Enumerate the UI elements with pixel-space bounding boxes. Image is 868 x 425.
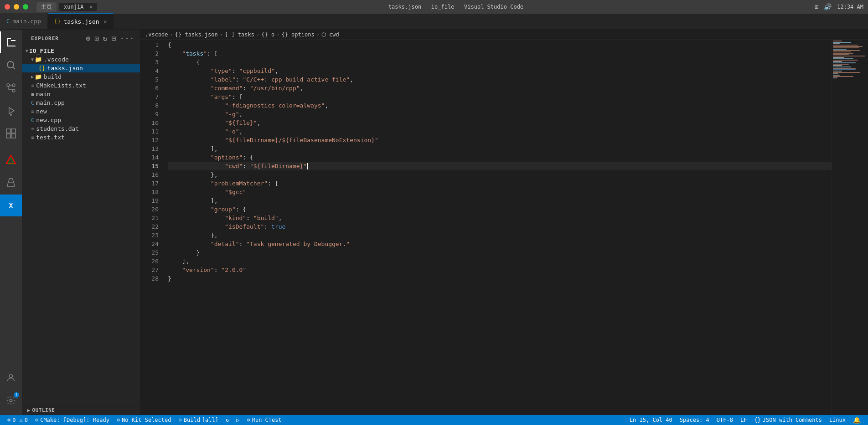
- tab-tasks-json[interactable]: {} tasks.json ✕: [48, 13, 114, 29]
- line-num-25: 25: [140, 248, 159, 257]
- file-tree: ▼ IO_FILE ▼ 📁 .vscode {} tasks.json ▶: [22, 46, 140, 405]
- svg-point-9: [10, 114, 12, 116]
- tab-main-cpp[interactable]: C main.cpp: [0, 13, 48, 29]
- minimap-line-9: [833, 51, 851, 52]
- tree-cmake-file[interactable]: ≡ CMakeLists.txt: [22, 81, 140, 90]
- refresh-icon[interactable]: ↻: [103, 34, 108, 43]
- tree-tasks-json[interactable]: {} tasks.json: [22, 64, 140, 72]
- tree-build-folder[interactable]: ▶ 📁 build: [22, 72, 140, 81]
- tree-test-txt[interactable]: ≡ test.txt: [22, 133, 140, 142]
- cmake-status-icon: ⊙: [35, 417, 38, 423]
- code-line-3: {: [168, 58, 832, 67]
- tab-close-icon[interactable]: ✕: [104, 19, 107, 25]
- breadcrumb-tasksjson: {} tasks.json: [175, 31, 218, 38]
- volume-icon[interactable]: 🔊: [824, 3, 832, 10]
- error-icon: ⊗: [7, 417, 10, 423]
- close-button[interactable]: [5, 4, 10, 10]
- home-tab[interactable]: 主页: [36, 2, 57, 12]
- status-notification[interactable]: 🔔: [849, 415, 864, 425]
- minimap-line-26: [833, 75, 840, 76]
- tree-new-file[interactable]: ≡ new: [22, 107, 140, 116]
- minimap-line-13: [833, 57, 844, 58]
- activity-bar: X 1: [0, 30, 22, 415]
- svg-point-2: [7, 84, 10, 87]
- split-icon[interactable]: ⊞: [815, 3, 818, 10]
- code-line-4: "type": "cppbuild",: [168, 67, 832, 75]
- xunji-tab[interactable]: xunjiA ✕: [59, 3, 97, 11]
- minimap-line-6: [833, 47, 859, 48]
- outline-arrow-icon: ▶: [27, 408, 31, 413]
- sidebar-header: EXPLORER ⊕ ⊡ ↻ ⊟ ···: [22, 30, 140, 46]
- minimap-line-22: [833, 69, 856, 70]
- line-num-9: 9: [140, 110, 159, 118]
- xunji-close-icon[interactable]: ✕: [90, 4, 93, 10]
- line-num-23: 23: [140, 231, 159, 240]
- activity-search[interactable]: [0, 54, 22, 76]
- status-platform[interactable]: Linux: [826, 415, 849, 425]
- code-line-6: "command": "/usr/bin/cpp",: [168, 84, 832, 92]
- status-line-ending[interactable]: LF: [737, 415, 750, 425]
- tree-main-file[interactable]: ≡ main: [22, 90, 140, 98]
- activity-cmake[interactable]: [0, 149, 22, 171]
- svg-marker-8: [9, 108, 14, 114]
- activity-settings[interactable]: 1: [0, 389, 22, 411]
- activity-source-control[interactable]: [0, 77, 22, 99]
- status-language[interactable]: {} JSON with Comments: [750, 415, 826, 425]
- line-num-12: 12: [140, 136, 159, 144]
- activity-extensions[interactable]: [0, 123, 22, 144]
- svg-marker-14: [6, 155, 16, 164]
- line-num-27: 27: [140, 266, 159, 274]
- minimize-button[interactable]: [14, 4, 19, 10]
- line-num-1: 1: [140, 41, 159, 49]
- minimap-line-8: [833, 50, 860, 51]
- activity-test[interactable]: [0, 172, 22, 194]
- new-file-icon[interactable]: ⊕: [86, 34, 91, 43]
- svg-rect-10: [6, 129, 10, 133]
- warning-icon: ⚠: [19, 417, 22, 423]
- new-folder-icon[interactable]: ⊡: [94, 34, 99, 43]
- code-content[interactable]: { "tasks": [ { "type": "cppbuild", "labe…: [163, 40, 832, 415]
- status-build[interactable]: ⊙ Build [all]: [175, 415, 222, 425]
- more-icon[interactable]: ···: [120, 34, 134, 43]
- minimap-line-18: [833, 64, 849, 65]
- build-icon: ⊙: [179, 417, 182, 423]
- code-line-13: ],: [168, 144, 832, 153]
- line-num-13: 13: [140, 144, 159, 153]
- minimap-line-3: [833, 43, 840, 44]
- minimap-line-17: [833, 62, 856, 63]
- activity-run-debug[interactable]: [0, 100, 22, 122]
- debug-icon: ⊙: [247, 417, 250, 423]
- activity-explorer[interactable]: [0, 31, 22, 53]
- status-run-ctest-icon[interactable]: ▷: [232, 415, 243, 425]
- tree-main-cpp[interactable]: C main.cpp: [22, 98, 140, 107]
- collapse-icon[interactable]: ⊟: [111, 34, 116, 43]
- code-line-25: }: [168, 248, 832, 257]
- window-title: tasks.json - io_file - Visual Studio Cod…: [101, 4, 811, 10]
- line-num-19: 19: [140, 196, 159, 205]
- tree-root-io-file[interactable]: ▼ IO_FILE: [22, 46, 140, 55]
- status-ctest-refresh[interactable]: ↻: [222, 415, 232, 425]
- minimap-line-12: [833, 56, 865, 56]
- activity-account[interactable]: [0, 367, 22, 389]
- svg-rect-11: [11, 129, 16, 133]
- status-errors[interactable]: ⊗ 0 ⚠ 0: [4, 415, 31, 425]
- outline-bar[interactable]: ▶ OUTLINE: [22, 405, 140, 415]
- minimap-line-24: [833, 72, 860, 73]
- status-cmake[interactable]: ⊙ CMake: [Debug]: Ready: [31, 415, 113, 425]
- tree-new-cpp[interactable]: C new.cpp: [22, 116, 140, 124]
- activity-unknown[interactable]: X: [0, 195, 22, 216]
- breadcrumb: .vscode › {} tasks.json › [ ] tasks › {}…: [140, 30, 868, 40]
- status-spaces[interactable]: Spaces: 4: [676, 415, 713, 425]
- status-line-col[interactable]: Ln 15, Col 40: [626, 415, 676, 425]
- line-num-10: 10: [140, 118, 159, 127]
- breadcrumb-o: {} o: [261, 31, 274, 38]
- status-run-ctest[interactable]: ⊙ Run CTest: [243, 415, 285, 425]
- tree-students-dat[interactable]: ≡ students.dat: [22, 124, 140, 133]
- code-line-9: "-g",: [168, 110, 832, 118]
- tree-vscode-folder[interactable]: ▼ 📁 .vscode: [22, 55, 140, 64]
- code-line-28: }: [168, 274, 832, 283]
- status-encoding[interactable]: UTF-8: [713, 415, 737, 425]
- status-no-kit[interactable]: ⊙ No Kit Selected: [113, 415, 175, 425]
- run-icon: ▷: [236, 417, 239, 423]
- maximize-button[interactable]: [23, 4, 28, 10]
